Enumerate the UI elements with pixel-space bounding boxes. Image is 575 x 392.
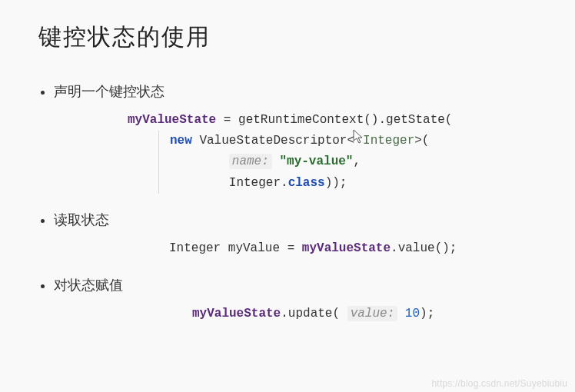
code-text: ); [420,307,434,321]
code-text: >( [414,134,429,148]
bullet-declare-state: 声明一个键控状态 myValueState = getRuntimeContex… [54,82,537,194]
param-hint-value: value: [347,306,398,321]
code-text: Integer. [229,176,288,190]
watermark-text: https://blog.csdn.net/Suyebiubiu [431,378,567,389]
code-var: myValueState [302,241,391,255]
bullet-list: 声明一个键控状态 myValueState = getRuntimeContex… [38,82,537,324]
code-var: myValueState [128,113,216,127]
code-keyword-new: new [170,134,192,148]
code-text: .update( [281,307,340,321]
code-keyword-class: class [288,176,325,190]
bullet-label: 读取状态 [54,211,109,229]
code-text: , [353,154,361,168]
bullet-read-state: 读取状态 Integer myValue = myValueState.valu… [54,211,537,259]
code-block-update: myValueState.update( value: 10); [54,304,537,324]
bullet-update-state: 对状态赋值 myValueState.update( value: 10); [54,276,537,324]
param-hint-name: name: [229,154,272,169]
code-block-read: Integer myValue = myValueState.value(); [54,238,537,259]
slide-title: 键控状态的使用 [38,22,537,53]
slide-content: 键控状态的使用 声明一个键控状态 myValueState = getRunti… [0,0,575,324]
code-block-declare: myValueState = getRuntimeContext().getSt… [54,110,537,194]
code-generic-type: Integer [363,134,414,148]
bullet-label: 对状态赋值 [54,276,123,294]
code-string: "my-value" [279,154,353,168]
code-text: )); [325,176,347,190]
bullet-label: 声明一个键控状态 [54,82,165,101]
code-text: ValueStateDescriptor< [192,134,354,148]
code-text: .value(); [391,241,457,255]
mouse-cursor-icon [354,134,363,147]
code-text: = getRuntimeContext().getState( [216,113,452,127]
code-number: 10 [405,307,420,321]
code-var: myValueState [192,307,281,321]
code-text: Integer myValue = [169,241,302,255]
